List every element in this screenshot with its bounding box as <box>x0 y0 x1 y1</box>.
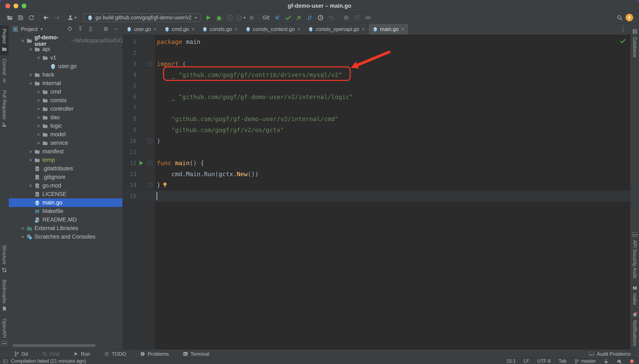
ide-update-button[interactable] <box>624 13 634 22</box>
tool-stripe-item-notifications[interactable]: Notifications <box>630 308 639 350</box>
close-window-button[interactable] <box>6 4 10 8</box>
git-update-button[interactable] <box>272 13 282 22</box>
fold-marker-icon[interactable]: − <box>148 161 152 165</box>
rollback-button[interactable] <box>326 13 336 22</box>
horizontal-scrollbar-thumb[interactable] <box>12 344 96 347</box>
tree-item-cmd[interactable]: >cmd <box>9 88 122 96</box>
fold-marker-icon[interactable]: − <box>148 62 152 66</box>
expand-all-button[interactable] <box>78 26 83 32</box>
chevron-open-icon[interactable]: > <box>36 54 41 61</box>
chevron-closed-icon[interactable]: > <box>19 234 26 240</box>
close-tab-icon[interactable]: × <box>154 26 157 32</box>
forward-button[interactable] <box>52 13 62 22</box>
intention-bulb-icon[interactable] <box>162 182 168 188</box>
build-button[interactable] <box>341 13 351 22</box>
chevron-open-icon[interactable]: > <box>20 37 26 44</box>
fold-marker-icon[interactable]: − <box>148 183 152 188</box>
locate-file-button[interactable] <box>67 26 73 32</box>
save-all-button[interactable] <box>16 13 26 22</box>
minimize-window-button[interactable] <box>14 4 18 8</box>
tree-item-model[interactable]: >model <box>9 130 122 139</box>
line-separator[interactable]: LF <box>524 358 530 364</box>
chevron-down-icon[interactable]: ▾ <box>40 26 43 32</box>
profiler-button[interactable]: ▾ <box>236 13 246 22</box>
tab-user-go[interactable]: user.go× <box>123 24 160 34</box>
chevron-open-icon[interactable]: > <box>28 46 33 53</box>
tree-item-main-go[interactable]: main.go <box>9 198 122 207</box>
chevron-closed-icon[interactable]: > <box>27 183 34 188</box>
tab-cmd-go[interactable]: cmd.go× <box>160 24 198 34</box>
stop-button[interactable] <box>247 13 256 22</box>
tree-item-logic[interactable]: >logic <box>9 122 122 130</box>
run-button[interactable] <box>204 13 213 22</box>
run-line-icon[interactable] <box>140 161 143 165</box>
close-tab-icon[interactable]: × <box>234 26 238 32</box>
tree-item-temp[interactable]: >temp <box>9 156 122 164</box>
hide-panel-button[interactable]: − <box>113 26 119 32</box>
chevron-closed-icon[interactable]: > <box>35 132 42 137</box>
coverage-button[interactable] <box>225 13 235 22</box>
chevron-closed-icon[interactable]: > <box>35 106 42 112</box>
tool-stripe-item-make[interactable]: Mmake <box>630 282 639 308</box>
tab-main-go[interactable]: main.go× <box>369 24 408 34</box>
tree-item-controller[interactable]: >controller <box>9 104 122 113</box>
chevron-closed-icon[interactable]: > <box>35 115 42 120</box>
tool-stripe-item-structure[interactable]: Structure <box>0 242 8 276</box>
tree-item-service[interactable]: >service <box>9 139 122 147</box>
tree-item-external-libraries[interactable]: >External Libraries <box>9 224 122 232</box>
panel-title[interactable]: Project <box>21 26 38 32</box>
tree-item-go-mod[interactable]: >go.mod <box>9 182 122 190</box>
tool-window-button-problems[interactable]: Problems <box>140 351 169 357</box>
close-tab-icon[interactable]: × <box>362 26 365 32</box>
tool-stripe-item-api-security-audit[interactable]: /APIAPI Security Audit <box>630 228 639 282</box>
code-editor[interactable]: 1package main23−import (4 _ "github.com/… <box>123 35 630 350</box>
tree-item-hack[interactable]: >hack <box>9 70 122 79</box>
search-everywhere-button[interactable] <box>615 13 624 22</box>
git-compare-button[interactable] <box>305 13 314 22</box>
tree-item-gitignore[interactable]: .gitignore <box>9 173 122 182</box>
indent-style[interactable]: Tab <box>559 358 566 364</box>
tool-window-button-git[interactable]: Git <box>14 351 28 357</box>
file-encoding[interactable]: UTF-8 <box>537 358 550 364</box>
tabs-more-icon[interactable]: ⋮ <box>616 26 630 33</box>
titlebar[interactable]: gf-demo-user – main.go <box>0 0 639 12</box>
tree-item-manifest[interactable]: >manifest <box>9 147 122 156</box>
sync-status[interactable]: ? <box>616 359 622 364</box>
tree-item-scratches-and-consoles[interactable]: >Scratches and Consoles <box>9 232 122 241</box>
tree-item-user-go[interactable]: user.go <box>9 62 122 70</box>
run-configuration-select[interactable]: go build github.com/gogf/gf-demo-user/v2… <box>84 13 200 22</box>
git-commit-button[interactable] <box>283 13 293 22</box>
zoom-window-button[interactable] <box>22 4 26 8</box>
tool-stripe-item-pull-requests[interactable]: Pull Requests <box>0 87 8 131</box>
chevron-closed-icon[interactable]: > <box>27 149 34 154</box>
tool-window-toggle-icon[interactable] <box>3 359 8 364</box>
profile-button[interactable]: ▾ <box>67 13 76 22</box>
tree-item-dao[interactable]: >dao <box>9 113 122 122</box>
back-button[interactable] <box>42 13 51 22</box>
tree-item-license[interactable]: LICENSE <box>9 190 122 198</box>
tab-consts-context-go[interactable]: consts_context.go× <box>242 24 304 34</box>
chevron-closed-icon[interactable]: > <box>35 140 42 146</box>
chevron-closed-icon[interactable]: > <box>27 72 34 78</box>
tree-item-v1[interactable]: >v1 <box>9 54 122 62</box>
chevron-closed-icon[interactable]: > <box>35 98 42 103</box>
tool-window-button-find[interactable]: Find <box>42 351 60 357</box>
chevron-closed-icon[interactable]: > <box>19 226 26 231</box>
tool-stripe-item-openapi[interactable]: OpenAPI/API <box>0 315 8 350</box>
tool-stripe-item-project[interactable]: Project <box>0 26 8 55</box>
close-tab-icon[interactable]: × <box>191 26 194 32</box>
history-button[interactable] <box>316 13 325 22</box>
chevron-closed-icon[interactable]: > <box>35 123 42 129</box>
chevron-open-icon[interactable]: > <box>28 80 33 87</box>
tab-consts-go[interactable]: consts.go× <box>198 24 242 34</box>
cloud-sync-button[interactable] <box>363 13 372 22</box>
chevron-closed-icon[interactable]: > <box>35 89 42 95</box>
tree-item-readme-md[interactable]: MDREADME.MD <box>9 216 122 224</box>
git-branch[interactable]: master <box>574 358 596 364</box>
tool-stripe-item-commit[interactable]: Commit <box>0 55 8 87</box>
debug-button[interactable] <box>214 13 224 22</box>
tree-item-consts[interactable]: >consts <box>9 96 122 104</box>
fold-marker-icon[interactable]: − <box>148 139 152 143</box>
tree-item-makefile[interactable]: MMakefile <box>9 207 122 216</box>
sync-button[interactable] <box>26 13 36 22</box>
